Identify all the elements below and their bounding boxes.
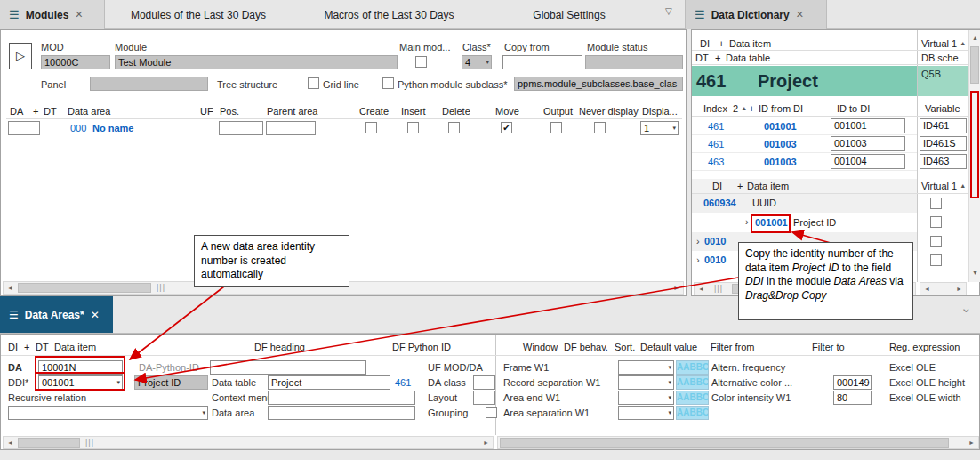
scrollbar-thumb[interactable] <box>18 283 151 293</box>
data-table-field[interactable]: Project <box>268 375 390 390</box>
ddi-select[interactable]: 001001 ▾ <box>38 375 123 390</box>
expand-icon[interactable]: › <box>696 254 700 265</box>
panel-field[interactable] <box>90 77 208 91</box>
chevron-down-icon[interactable]: ⌄ <box>960 300 972 316</box>
recursive-relation-select[interactable]: ▾ <box>8 406 208 420</box>
row-data-area-name[interactable]: No name <box>92 123 133 133</box>
link-plus-header[interactable]: + <box>749 103 754 114</box>
virtual-checkbox[interactable] <box>930 198 942 209</box>
da-id-field[interactable]: 10001N <box>38 360 123 375</box>
scroll-right-icon[interactable]: ► <box>952 283 966 295</box>
col-header-move[interactable]: Move <box>495 106 519 117</box>
caret-down-icon[interactable]: ▾ <box>486 57 489 68</box>
dd-plus-header[interactable]: + <box>719 38 724 49</box>
scrollbar-thumb[interactable] <box>500 438 949 448</box>
row-pos-input[interactable] <box>219 121 263 135</box>
col-header-delete[interactable]: Delete <box>442 106 470 117</box>
link-row[interactable]: 461 001001 001001 <box>692 117 917 135</box>
caret-down-icon[interactable]: ▾ <box>668 408 671 418</box>
close-icon[interactable]: ✕ <box>91 309 100 321</box>
frame-w1-select[interactable]: ▾ <box>618 360 674 375</box>
row-da-input[interactable] <box>8 121 40 135</box>
frame-w1-color-field[interactable]: AABBCC <box>676 360 709 375</box>
tab-data-areas[interactable]: ☰ Data Areas* ✕ <box>0 296 113 333</box>
data-item-row[interactable]: › 001001 Project ID <box>692 213 917 232</box>
dd-di-header[interactable]: DI <box>700 38 710 49</box>
scroll-up-icon[interactable]: ▲ <box>968 32 980 44</box>
close-icon[interactable]: ✕ <box>796 9 804 20</box>
link-variable-input[interactable]: ID461S <box>920 136 967 151</box>
splitter-grip-icon[interactable]: ||| <box>85 437 94 448</box>
module-status-field[interactable] <box>585 55 683 69</box>
link-index-header[interactable]: Index <box>703 103 727 114</box>
delete-checkbox[interactable] <box>448 122 460 133</box>
scroll-left-icon[interactable]: ◄ <box>4 282 17 294</box>
class-select[interactable]: 4 ▾ <box>462 55 492 69</box>
dd-plus-header[interactable]: + <box>715 52 720 63</box>
layout-field[interactable] <box>473 391 495 405</box>
row-display-select[interactable]: 1 ▾ <box>640 121 679 135</box>
run-module-button[interactable]: ▷ <box>9 43 32 69</box>
dd-data-table-header[interactable]: Data table <box>726 52 770 63</box>
link-variable-input[interactable]: ID463 <box>920 154 967 169</box>
output-checkbox[interactable] <box>550 122 562 133</box>
link-to-input[interactable]: 001001 <box>831 118 905 133</box>
col-header-never-display[interactable]: Never display <box>579 106 639 117</box>
link-to-input[interactable]: 001004 <box>831 154 905 169</box>
col-header-da[interactable]: DA <box>10 106 23 117</box>
splitter-grip-icon[interactable]: ||| <box>714 283 723 295</box>
col-header-display[interactable]: Displa... <box>642 106 678 117</box>
virtual-checkbox[interactable] <box>930 254 942 266</box>
main-mod-checkbox[interactable] <box>415 56 427 68</box>
caret-down-icon[interactable]: ▾ <box>668 392 671 403</box>
col-header-create[interactable]: Create <box>359 106 389 117</box>
dd-v-scrollbar[interactable]: ▲ ▼ <box>968 30 980 282</box>
col-header-parent-area[interactable]: Parent area <box>267 106 317 117</box>
expand-icon[interactable]: › <box>745 216 749 227</box>
col-header-pos[interactable]: Pos. <box>220 106 239 117</box>
col-header-insert[interactable]: Insert <box>401 106 426 117</box>
link-to-input[interactable]: 001003 <box>831 136 905 151</box>
expand-icon[interactable]: › <box>696 236 700 246</box>
area-separation-w1-select[interactable]: ▾ <box>618 406 674 420</box>
row-dt-value[interactable]: 000 <box>70 123 86 133</box>
item-plus-header[interactable]: + <box>737 181 743 191</box>
item-virtual-header[interactable]: Virtual 1 ▲ <box>921 181 966 191</box>
link-row[interactable]: 461 001003 001003 <box>692 135 917 153</box>
area-end-color-field[interactable]: AABBCC <box>676 391 709 405</box>
virtual-checkbox[interactable] <box>930 236 942 247</box>
tab-macros-last-30-days[interactable]: Macros of the Last 30 Days <box>293 0 485 29</box>
caret-down-icon[interactable]: ▾ <box>668 377 671 388</box>
da-right-h-scrollbar[interactable]: ► <box>497 436 979 449</box>
dd-db-schema-header[interactable]: DB sche <box>921 52 959 63</box>
da-left-h-scrollbar[interactable]: ◄ ||| ► <box>3 436 494 449</box>
splitter-grip-icon[interactable]: ||| <box>157 282 165 294</box>
caret-down-icon[interactable]: ▾ <box>668 362 671 373</box>
col-header-data-area[interactable]: Data area <box>68 106 110 117</box>
tab-modules-last-30-days[interactable]: Modules of the Last 30 Days <box>114 0 283 29</box>
link-variable-input[interactable]: ID461 <box>920 118 967 133</box>
caret-down-icon[interactable]: ▾ <box>116 377 120 388</box>
area-end-w1-select[interactable]: ▾ <box>618 391 674 405</box>
scrollbar-thumb[interactable] <box>970 46 979 84</box>
close-icon[interactable]: ✕ <box>75 9 83 20</box>
tab-global-settings[interactable]: Global Settings <box>494 0 645 29</box>
caret-down-icon[interactable]: ▾ <box>672 123 676 133</box>
data-area-field[interactable] <box>268 406 415 420</box>
scroll-left-icon[interactable]: ◄ <box>920 283 934 295</box>
col-header-output[interactable]: Output <box>543 106 573 117</box>
tab-list-icon[interactable]: ▽ <box>665 6 672 16</box>
context-menu-field[interactable] <box>268 391 415 405</box>
python-subclass-field[interactable]: ppms.module_subclasses.base_clas <box>514 77 683 91</box>
record-separation-w1-select[interactable]: ▾ <box>618 375 674 390</box>
mod-field[interactable]: 10000C <box>41 55 110 69</box>
row-parent-area-input[interactable] <box>266 121 316 135</box>
item-di-header[interactable]: DI <box>712 181 722 191</box>
da-python-id-field[interactable] <box>210 360 366 375</box>
col-header-dt[interactable]: DT <box>44 106 57 117</box>
tab-data-dictionary[interactable]: ☰ Data Dictionary ✕ <box>685 0 827 29</box>
grouping-checkbox[interactable] <box>486 407 497 418</box>
create-checkbox[interactable] <box>365 122 377 133</box>
dd-virtual-header[interactable]: Virtual 1 ▲ <box>921 38 966 49</box>
color-intensity-value-field[interactable]: 80 <box>833 391 872 405</box>
